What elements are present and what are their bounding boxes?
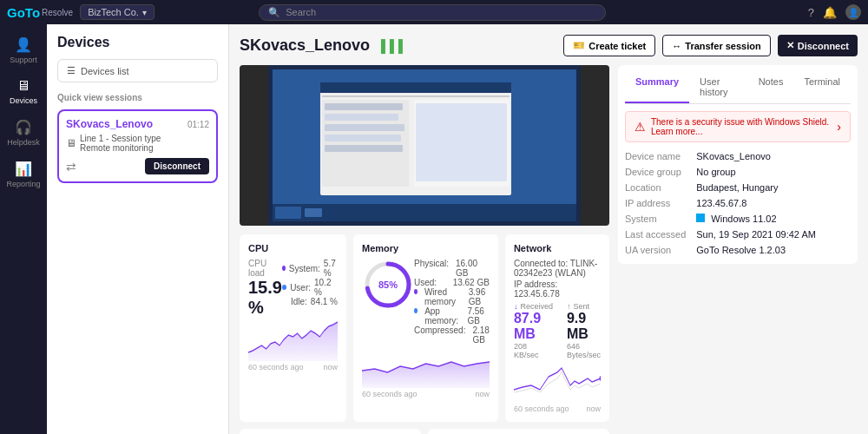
network-details: Connected to: TLINK-02342e23 (WLAN) IP a… xyxy=(514,259,601,299)
devices-list-label: Devices list xyxy=(81,66,129,76)
left-panel: Devices ☰ Devices list Quick view sessio… xyxy=(47,24,229,434)
cpu-system-value: 5.7 % xyxy=(324,259,338,278)
received-label: ↓ Received xyxy=(514,302,553,311)
notifications-icon[interactable]: 🔔 xyxy=(823,6,837,19)
cpu-idle-value: 84.1 % xyxy=(311,297,338,306)
app-label: App memory: xyxy=(424,306,460,326)
quick-view-title: Quick view sessions xyxy=(57,93,218,102)
list-icon: ☰ xyxy=(67,65,76,76)
cpu-load-label: CPU load xyxy=(248,259,282,278)
sidebar-label-helpdesk: Helpdesk xyxy=(7,138,40,147)
processes-card: Processes Applications 🔍 xyxy=(240,429,421,434)
memory-chart-labels: 60 seconds ago now xyxy=(362,390,490,398)
sidebar-item-reporting[interactable]: 📊 Reporting xyxy=(0,155,47,194)
network-ip-label: IP address: xyxy=(514,279,557,289)
avatar[interactable]: 👤 xyxy=(845,4,861,20)
windows-icon xyxy=(696,214,705,222)
screen-svg xyxy=(240,65,609,226)
sidebar-label-reporting: Reporting xyxy=(6,180,40,188)
cpu-idle-row: Idle: 84.1 % xyxy=(282,297,338,306)
memory-percent: 85% xyxy=(378,279,398,290)
ip-value: 123.45.67.8 xyxy=(696,196,851,210)
svg-rect-7 xyxy=(325,103,403,110)
sent-value: 9.9 MB xyxy=(567,311,601,342)
panel-title: Devices xyxy=(57,35,218,50)
sidebar-item-support[interactable]: 👤 Support xyxy=(0,31,47,69)
help-icon[interactable]: ? xyxy=(808,6,814,19)
used-label: Used: xyxy=(414,278,437,287)
physical-value: 16.00 GB xyxy=(456,259,490,278)
svg-rect-15 xyxy=(305,208,322,217)
device-info-section: Summary User history Notes Terminal ⚠ Th… xyxy=(618,65,858,264)
memory-wired-row: Wired memory 3.96 GB xyxy=(414,287,490,306)
ua-version-label: UA version xyxy=(625,243,686,257)
memory-chart-left: 60 seconds ago xyxy=(362,390,418,398)
ticket-icon: 🎫 xyxy=(573,40,585,51)
resolve-logo-text: Resolve xyxy=(42,8,73,17)
cpu-card: CPU CPU load 15.9 % System: 5.7 % xyxy=(240,234,346,422)
tab-user-history[interactable]: User history xyxy=(689,72,748,103)
ua-version-value: GoTo Resolve 1.2.03 xyxy=(696,243,851,257)
logo: GoTo Resolve xyxy=(7,5,73,20)
cpu-user-label: User: xyxy=(290,283,311,293)
cpu-details: System: 5.7 % User: 10.2 % xyxy=(282,259,338,306)
received-rate: 208 KB/sec xyxy=(514,342,553,359)
physical-label: Physical: xyxy=(414,259,449,278)
memory-card: Memory 85% Physical xyxy=(353,234,498,422)
network-ip-value: 123.45.6.78 xyxy=(514,289,560,299)
cpu-load-value: 15.9 % xyxy=(248,278,282,318)
cpu-title: CPU xyxy=(248,243,338,253)
received-item: ↓ Received 87.9 MB 208 KB/sec xyxy=(514,302,553,359)
svg-rect-4 xyxy=(322,95,510,97)
transfer-session-button[interactable]: ↔ Transfer session xyxy=(662,35,770,56)
goto-logo-text: GoTo xyxy=(7,5,40,20)
memory-circle: 85% xyxy=(362,259,414,311)
tab-terminal[interactable]: Terminal xyxy=(793,72,851,103)
system-value: Windows 11.02 xyxy=(696,212,851,226)
cpu-system-row: System: 5.7 % xyxy=(282,259,338,278)
memory-physical-row: Physical: 16.00 GB xyxy=(414,259,490,278)
search-bar[interactable]: 🔍 Search xyxy=(259,4,606,21)
device-title: SKovacs_Lenovo ▐▐▐ xyxy=(240,36,403,55)
info-tabs: Summary User history Notes Terminal xyxy=(625,72,851,104)
session-name[interactable]: SKovacs_Lenovo xyxy=(66,118,153,130)
session-header: SKovacs_Lenovo 01:12 xyxy=(66,118,209,130)
network-chart xyxy=(514,359,601,403)
wired-label: Wired memory xyxy=(424,287,462,306)
svg-rect-12 xyxy=(416,103,507,181)
create-ticket-button[interactable]: 🎫 Create ticket xyxy=(563,35,655,56)
alert-chevron-icon[interactable]: › xyxy=(837,120,841,134)
monitor-icon: 🖥 xyxy=(66,137,76,149)
location-value: Budapest, Hungary xyxy=(696,181,851,194)
wired-dot xyxy=(414,289,418,294)
sidebar-item-helpdesk[interactable]: 🎧 Helpdesk xyxy=(0,114,47,152)
company-name: BizTech Co. xyxy=(88,7,139,17)
tab-summary[interactable]: Summary xyxy=(625,72,689,103)
bottom-row: Processes Applications 🔍 Logical drives xyxy=(240,429,609,434)
compressed-value: 2.18 GB xyxy=(472,326,489,345)
last-accessed-value: Sun, 19 Sep 2021 09:42 AM xyxy=(696,227,851,241)
user-dot xyxy=(282,285,286,290)
search-placeholder: Search xyxy=(286,7,316,17)
cpu-body: CPU load 15.9 % System: 5.7 % xyxy=(248,259,338,318)
cpu-user-row: User: 10.2 % xyxy=(282,278,338,297)
wired-value: 3.96 GB xyxy=(469,287,490,306)
sent-item: ↑ Sent 9.9 MB 646 Bytes/sec xyxy=(567,302,601,359)
cpu-left: CPU load 15.9 % xyxy=(248,259,282,318)
session-disconnect-button[interactable]: Disconnect xyxy=(145,158,209,174)
down-arrow-icon: ↓ xyxy=(514,302,518,311)
reconnect-icon[interactable]: ⇄ xyxy=(66,160,76,174)
compressed-label: Compressed: xyxy=(414,326,465,345)
memory-compressed-row: Compressed: 2.18 GB xyxy=(414,326,490,345)
tab-notes[interactable]: Notes xyxy=(748,72,794,103)
device-info-grid: Device name SKovacs_Lenovo Device group … xyxy=(625,149,851,257)
transfer-icon: ↔ xyxy=(672,41,681,51)
connected-label: Connected to: xyxy=(514,259,568,268)
support-icon: 👤 xyxy=(15,36,32,53)
devices-list-button[interactable]: ☰ Devices list xyxy=(57,59,218,82)
device-name-value: SKovacs_Lenovo xyxy=(696,149,851,163)
sidebar-item-devices[interactable]: 🖥 Devices xyxy=(0,73,47,110)
company-selector[interactable]: BizTech Co. ▾ xyxy=(80,4,155,20)
network-chart-right: now xyxy=(586,404,601,413)
disconnect-button[interactable]: ✕ Disconnect xyxy=(778,35,858,56)
